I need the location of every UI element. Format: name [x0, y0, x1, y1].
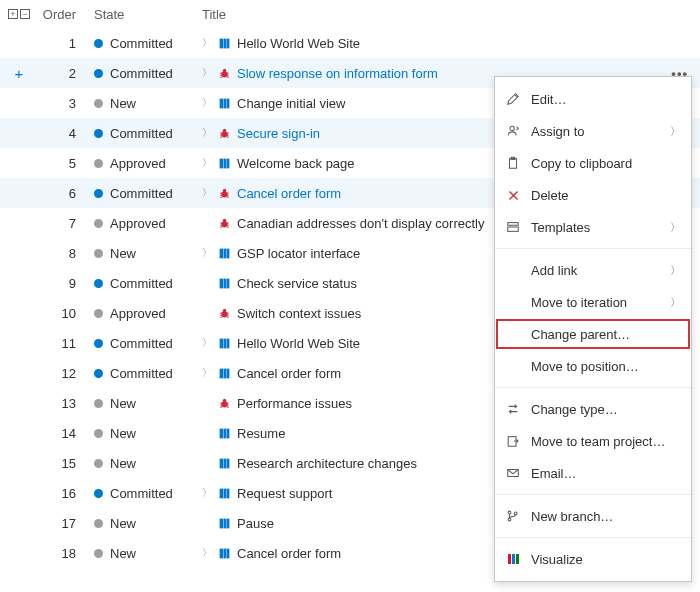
column-header-title[interactable]: Title [200, 7, 700, 22]
state-dot-icon [94, 39, 103, 48]
svg-rect-25 [220, 338, 224, 348]
chevron-right-icon[interactable]: 〉 [202, 96, 212, 110]
work-item-title[interactable]: Check service status [237, 276, 357, 291]
state-label: New [110, 456, 136, 471]
chevron-right-icon[interactable]: 〉 [202, 126, 212, 140]
menu-separator [495, 537, 691, 538]
menu-change-parent[interactable]: Change parent… [495, 318, 691, 350]
person-icon [505, 124, 521, 138]
work-item-title[interactable]: Cancel order form [237, 366, 341, 381]
pbi-icon [218, 157, 231, 170]
svg-point-4 [223, 68, 226, 71]
chevron-right-icon[interactable]: 〉 [202, 66, 212, 80]
state-dot-icon [94, 279, 103, 288]
state-dot-icon [94, 129, 103, 138]
expand-collapse-all[interactable]: + − [0, 9, 38, 19]
work-item-title[interactable]: Cancel order form [237, 546, 341, 561]
svg-rect-1 [224, 38, 227, 48]
cell-state: Committed [90, 35, 200, 51]
work-item-title[interactable]: Hello World Web Site [237, 336, 360, 351]
svg-point-31 [222, 401, 228, 408]
cell-title: 〉Hello World Web Site [200, 36, 700, 51]
svg-rect-6 [224, 98, 227, 108]
add-row-button[interactable]: + [0, 65, 38, 82]
pbi-icon [218, 97, 231, 110]
svg-rect-26 [224, 338, 227, 348]
state-label: Committed [110, 486, 173, 501]
work-item-title[interactable]: Slow response on information form [237, 66, 438, 81]
work-item-title[interactable]: Switch context issues [237, 306, 361, 321]
work-item-title[interactable]: Performance issues [237, 396, 352, 411]
work-item-title[interactable]: Change initial view [237, 96, 345, 111]
chevron-right-icon[interactable]: 〉 [202, 156, 212, 170]
work-item-title[interactable]: Research architecture changes [237, 456, 417, 471]
cell-state: New [90, 425, 200, 441]
work-item-title[interactable]: Cancel order form [237, 186, 341, 201]
chevron-right-icon[interactable]: 〉 [202, 186, 212, 200]
cell-state: Committed [90, 65, 200, 81]
svg-rect-46 [224, 548, 227, 558]
svg-rect-28 [220, 368, 224, 378]
mail-icon [505, 466, 521, 480]
menu-move-iteration[interactable]: Move to iteration 〉 [495, 286, 691, 318]
work-item-title[interactable]: Pause [237, 516, 274, 531]
menu-move-team-project[interactable]: Move to team project… [495, 425, 691, 457]
work-item-title[interactable]: Resume [237, 426, 285, 441]
expand-all-icon: + [8, 9, 18, 19]
menu-copy[interactable]: Copy to clipboard [495, 147, 691, 179]
menu-delete[interactable]: Delete [495, 179, 691, 211]
state-dot-icon [94, 339, 103, 348]
work-item-title[interactable]: Secure sign-in [237, 126, 320, 141]
chevron-right-icon[interactable]: 〉 [202, 366, 212, 380]
svg-rect-30 [227, 368, 229, 378]
state-dot-icon [94, 69, 103, 78]
svg-rect-37 [224, 458, 227, 468]
cell-order: 6 [38, 186, 90, 201]
bug-icon [218, 397, 231, 410]
work-item-title[interactable]: Welcome back page [237, 156, 355, 171]
chevron-right-icon[interactable]: 〉 [202, 36, 212, 50]
chevron-right-icon[interactable]: 〉 [202, 336, 212, 350]
menu-visualize[interactable]: Visualize [495, 543, 691, 575]
work-item-title[interactable]: Hello World Web Site [237, 36, 360, 51]
state-label: Approved [110, 156, 166, 171]
collapse-all-icon: − [20, 9, 30, 19]
column-header-order[interactable]: Order [38, 7, 90, 22]
work-item-title[interactable]: Canadian addresses don't display correct… [237, 216, 484, 231]
cell-state: New [90, 245, 200, 261]
menu-email[interactable]: Email… [495, 457, 691, 489]
svg-point-13 [222, 191, 228, 198]
menu-new-branch[interactable]: New branch… [495, 500, 691, 532]
pbi-icon [218, 247, 231, 260]
chevron-right-icon[interactable]: 〉 [202, 546, 212, 560]
column-header-state[interactable]: State [90, 7, 200, 22]
menu-separator [495, 248, 691, 249]
menu-separator [495, 494, 691, 495]
state-dot-icon [94, 369, 103, 378]
cell-state: Approved [90, 215, 200, 231]
work-item-title[interactable]: Request support [237, 486, 332, 501]
cell-order: 15 [38, 456, 90, 471]
svg-point-3 [222, 71, 228, 78]
work-item-title[interactable]: GSP locator interface [237, 246, 360, 261]
menu-assign-to[interactable]: Assign to 〉 [495, 115, 691, 147]
chevron-right-icon[interactable]: 〉 [202, 246, 212, 260]
pencil-icon [505, 92, 521, 106]
chevron-right-icon[interactable]: 〉 [202, 486, 212, 500]
cell-order: 9 [38, 276, 90, 291]
state-label: Committed [110, 186, 173, 201]
menu-change-type[interactable]: Change type… [495, 393, 691, 425]
menu-edit[interactable]: Edit… [495, 83, 691, 115]
state-dot-icon [94, 249, 103, 258]
svg-rect-18 [224, 248, 227, 258]
menu-add-link[interactable]: Add link 〉 [495, 254, 691, 286]
cell-state: Approved [90, 305, 200, 321]
menu-templates[interactable]: Templates 〉 [495, 211, 691, 243]
swap-icon [505, 402, 521, 416]
state-label: Committed [110, 276, 173, 291]
pbi-icon [218, 367, 231, 380]
state-dot-icon [94, 219, 103, 228]
state-label: Committed [110, 126, 173, 141]
table-row[interactable]: +1Committed〉Hello World Web Site [0, 28, 700, 58]
menu-move-position[interactable]: Move to position… [495, 350, 691, 382]
